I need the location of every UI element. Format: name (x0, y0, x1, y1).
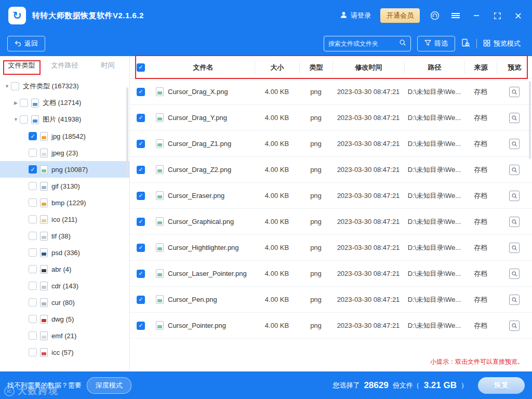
row-checkbox-cell[interactable] (130, 114, 152, 122)
row-checkbox-cell[interactable] (130, 296, 152, 304)
tree-checkbox[interactable] (29, 132, 37, 140)
tree-item[interactable]: png (10087) (0, 161, 129, 178)
search-box[interactable] (324, 36, 411, 51)
tree-item[interactable]: abr (4) (0, 261, 129, 277)
table-row[interactable]: Cursor_Drag_X.png4.00 KBpng2023-03-30 08… (130, 79, 532, 105)
tree-checkbox[interactable] (29, 165, 37, 174)
file-name-cell[interactable]: Cursor_Eraser.png (152, 191, 255, 200)
tree-item[interactable]: ▼图片 (41938) (0, 111, 129, 128)
search-icon[interactable] (399, 39, 406, 48)
row-checkbox[interactable] (137, 192, 145, 200)
tree-item[interactable]: emf (21) (0, 327, 129, 344)
tab-file-path[interactable]: 文件路径 (43, 61, 86, 70)
file-name-cell[interactable]: Cursor_Pointer.png (152, 321, 255, 330)
tree-item[interactable]: cur (80) (0, 294, 129, 311)
back-button[interactable]: 返回 (7, 36, 45, 51)
maximize-button[interactable] (491, 10, 503, 21)
tree-item[interactable]: psd (336) (0, 244, 129, 261)
sidebar-scrollbar[interactable] (126, 87, 128, 176)
select-all-cell[interactable] (130, 63, 152, 72)
tree-checkbox[interactable] (29, 232, 37, 240)
tree-checkbox[interactable] (29, 248, 37, 257)
row-checkbox-cell[interactable] (130, 270, 152, 278)
preview-icon[interactable] (509, 295, 520, 305)
row-checkbox[interactable] (137, 88, 145, 96)
preview-icon[interactable] (509, 269, 520, 279)
tree-checkbox[interactable] (29, 331, 37, 340)
preview-cell[interactable] (497, 295, 532, 305)
row-checkbox-cell[interactable] (130, 140, 152, 148)
tree-checkbox[interactable] (29, 298, 37, 307)
tree-item[interactable]: jpg (18542) (0, 128, 129, 144)
row-checkbox[interactable] (137, 166, 145, 174)
tree-checkbox[interactable] (29, 282, 37, 290)
table-row[interactable]: Cursor_Pen.png4.00 KBpng2023-03-30 08:47… (130, 287, 532, 313)
file-name-cell[interactable]: Cursor_Drag_Y.png (152, 113, 255, 122)
tree-checkbox[interactable] (11, 82, 19, 90)
tree-item[interactable]: ▶文档 (12714) (0, 95, 129, 111)
file-name-cell[interactable]: Cursor_Pen.png (152, 295, 255, 304)
vip-button[interactable]: 开通会员 (380, 8, 420, 23)
table-row[interactable]: Cursor_Drag_Z2.png4.00 KBpng2023-03-30 0… (130, 157, 532, 183)
row-checkbox-cell[interactable] (130, 218, 152, 226)
col-header-source[interactable]: 来源 (464, 61, 497, 74)
preview-icon[interactable] (509, 243, 520, 253)
tree-item[interactable]: gif (3130) (0, 178, 129, 194)
preview-icon[interactable] (509, 191, 520, 201)
preview-cell[interactable] (497, 113, 532, 123)
preview-cell[interactable] (497, 217, 532, 227)
tree-item[interactable]: cdr (143) (0, 277, 129, 294)
row-checkbox-cell[interactable] (130, 166, 152, 174)
filter-button[interactable]: 筛选 (417, 36, 455, 51)
tree-checkbox[interactable] (29, 198, 37, 207)
login-button[interactable]: 请登录 (340, 11, 371, 20)
tree-checkbox[interactable] (29, 215, 37, 223)
table-row[interactable]: Cursor_Pointer.png4.00 KBpng2023-03-30 0… (130, 313, 532, 339)
row-checkbox[interactable] (137, 218, 145, 226)
deep-mode-button[interactable]: 深度模式 (87, 377, 131, 394)
table-row[interactable]: Cursor_Laser_Pointer.png4.00 KBpng2023-0… (130, 261, 532, 287)
tree-item[interactable]: dwg (5) (0, 311, 129, 327)
preview-cell[interactable] (497, 139, 532, 149)
table-row[interactable]: Cursor_Graphical.png4.00 KBpng2023-03-30… (130, 209, 532, 235)
tree-item[interactable]: tif (38) (0, 228, 129, 244)
preview-icon[interactable] (509, 217, 520, 227)
row-checkbox-cell[interactable] (130, 244, 152, 252)
preview-icon[interactable] (509, 113, 520, 123)
tree-item[interactable]: icc (57) (0, 344, 129, 361)
preview-icon[interactable] (509, 139, 520, 149)
col-header-preview[interactable]: 预览 (497, 61, 532, 74)
list-scrollbar[interactable] (529, 81, 531, 159)
preview-icon[interactable] (509, 165, 520, 175)
tree-item[interactable]: bmp (1229) (0, 194, 129, 211)
tree-item[interactable]: ▼文件类型 (167323) (0, 78, 129, 95)
tree-checkbox[interactable] (29, 265, 37, 273)
tree-checkbox[interactable] (20, 115, 28, 124)
recover-button[interactable]: 恢复 (478, 377, 525, 394)
preview-icon[interactable] (509, 321, 520, 331)
locate-file-button[interactable] (461, 38, 470, 49)
table-row[interactable]: Cursor_Hightlighter.png4.00 KBpng2023-03… (130, 235, 532, 261)
tree-checkbox[interactable] (20, 99, 28, 107)
file-name-cell[interactable]: Cursor_Drag_X.png (152, 87, 255, 96)
row-checkbox-cell[interactable] (130, 88, 152, 96)
tree-item[interactable]: jpeg (23) (0, 144, 129, 161)
table-row[interactable]: Cursor_Eraser.png4.00 KBpng2023-03-30 08… (130, 183, 532, 209)
col-header-type[interactable]: 类型 (299, 61, 332, 74)
file-name-cell[interactable]: Cursor_Hightlighter.png (152, 243, 255, 252)
tree-checkbox[interactable] (29, 182, 37, 190)
chevron-down-icon[interactable]: ▼ (12, 117, 20, 122)
preview-cell[interactable] (497, 165, 532, 175)
row-checkbox[interactable] (137, 270, 145, 278)
preview-cell[interactable] (497, 269, 532, 279)
row-checkbox[interactable] (137, 244, 145, 252)
row-checkbox[interactable] (137, 296, 145, 304)
select-all-checkbox[interactable] (137, 63, 145, 72)
tree-checkbox[interactable] (29, 149, 37, 157)
tab-file-type[interactable]: 文件类型 (0, 61, 43, 70)
col-header-modified[interactable]: 修改时间 (332, 61, 404, 74)
tree-item[interactable]: ico (211) (0, 211, 129, 228)
col-header-name[interactable]: 文件名 (152, 61, 255, 74)
row-checkbox[interactable] (137, 140, 145, 148)
preview-mode-button[interactable]: 预览模式 (483, 39, 521, 48)
